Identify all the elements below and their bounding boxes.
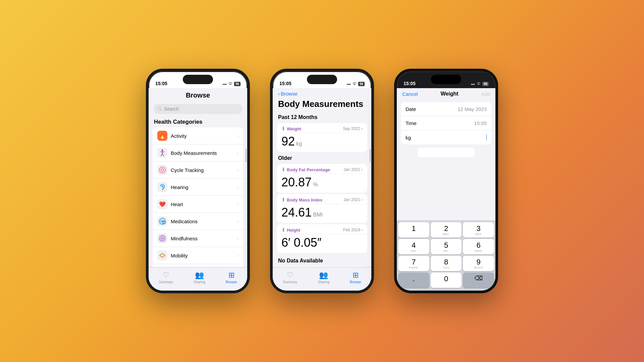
key-9[interactable]: 9 WXYZ <box>463 256 494 271</box>
kg-input[interactable] <box>486 134 487 140</box>
time-label: Time <box>406 120 417 126</box>
mobility-icon <box>157 250 167 260</box>
bm-card-bmi[interactable]: Body Mass Index Jan 2021 › 24.61 BMI <box>277 194 367 223</box>
weight-page-title: Weight <box>440 91 458 97</box>
bmi-unit: BMI <box>313 212 323 218</box>
status-icons-2: ▪▪▪ 96 <box>347 82 365 86</box>
category-item-activity[interactable]: 🔥 Activity › <box>153 127 243 144</box>
activity-icon: 🔥 <box>157 131 167 141</box>
tab-bar-2: ♡ Summary 👥 Sharing ⊞ Browse <box>273 267 371 291</box>
summary-icon-1: ♡ <box>163 271 169 280</box>
time-value: 15:05 <box>474 120 487 126</box>
key-delete[interactable]: ⌫ <box>463 273 494 288</box>
key-8[interactable]: 8 TUV <box>431 256 462 271</box>
key-3[interactable]: 3 DEF <box>463 222 494 238</box>
phone-weight: 15:05 ▪▪▪ 96 Cancel Weight Add Date 12 M… <box>394 69 498 293</box>
category-item-mobility[interactable]: Mobility › <box>153 247 243 264</box>
cycle-label: Cycle Tracking <box>171 167 234 173</box>
category-item-nutrition[interactable]: 🍎 Nutrition › <box>153 264 243 267</box>
key-4[interactable]: 4 GHI <box>398 239 429 254</box>
sharing-icon-1: 👥 <box>195 271 204 280</box>
cursor <box>486 134 487 140</box>
category-item-cycle[interactable]: Cycle Tracking › <box>153 162 243 179</box>
tab-browse-1[interactable]: ⊞ Browse <box>226 271 237 284</box>
phone-browse: 15:05 ▪▪▪ 96 Browse Search Health Catego… <box>146 69 250 293</box>
tab-browse-2[interactable]: ⊞ Browse <box>350 271 361 284</box>
bmi-value-row: 24.61 BMI <box>277 204 367 223</box>
back-chevron: ‹ <box>278 91 280 97</box>
scrollbar-2[interactable] <box>370 149 371 162</box>
wifi-icon-2 <box>352 82 357 86</box>
bm-screen: ‹ Browse Body Measurements Past 12 Month… <box>273 88 371 291</box>
key-2[interactable]: 2 ABC <box>431 222 462 238</box>
bm-nav: ‹ Browse <box>273 88 371 98</box>
wifi-icon-3 <box>476 82 481 86</box>
height-card-label: Height <box>281 228 300 233</box>
height-value-row: 6′ 0.05″ <box>277 234 367 253</box>
category-item-mindfulness[interactable]: Mindfulness › <box>153 230 243 247</box>
bm-card-bodyfat[interactable]: Body Fat Percentage Jan 2021 › 20.87 % <box>277 164 367 193</box>
bm-scroll[interactable]: ‹ Browse Body Measurements Past 12 Month… <box>273 88 371 267</box>
dynamic-island-3 <box>431 75 461 84</box>
heart-label: Heart <box>171 201 234 207</box>
browse-icon-2: ⊞ <box>353 271 359 280</box>
browse-header: Browse <box>149 88 247 102</box>
keypad-row-4: . 0 ⌫ <box>398 273 494 288</box>
weight-card-date: Sep 2022 › <box>343 126 363 131</box>
date-value: 12 May 2023 <box>458 106 487 112</box>
tab-summary-1[interactable]: ♡ Summary <box>159 271 173 284</box>
svg-point-30 <box>283 198 284 199</box>
key-0[interactable]: 0 <box>431 273 462 288</box>
browse-label-2: Browse <box>350 280 361 284</box>
sharing-icon-2: 👥 <box>319 271 328 280</box>
cycle-icon <box>157 165 167 175</box>
cancel-button[interactable]: Cancel <box>402 91 418 97</box>
signal-icon-3: ▪▪▪ <box>471 82 475 86</box>
time-row[interactable]: Time 15:05 <box>401 116 491 130</box>
medications-label: Medications <box>171 219 234 224</box>
category-item-medications[interactable]: Medications › <box>153 213 243 230</box>
chevron-activity: › <box>237 133 238 138</box>
svg-point-9 <box>162 186 163 187</box>
key-7[interactable]: 7 PQRS <box>398 256 429 271</box>
date-label: Date <box>406 106 416 112</box>
search-bar[interactable]: Search <box>154 104 242 114</box>
key-dot[interactable]: . <box>398 273 429 288</box>
bm-card-height[interactable]: Height Feb 2019 › 6′ 0.05″ <box>277 224 367 253</box>
tab-sharing-1[interactable]: 👥 Sharing <box>194 271 205 284</box>
key-1[interactable]: 1 <box>398 222 429 238</box>
kg-row[interactable]: kg <box>401 130 491 144</box>
browse-scroll[interactable]: Browse Search Health Categories 🔥 Activi… <box>149 88 247 267</box>
tab-summary-2[interactable]: ♡ Summary <box>283 271 298 284</box>
status-icons-3: ▪▪▪ 96 <box>471 82 489 86</box>
category-item-hearing[interactable]: Hearing › <box>153 179 243 196</box>
height-value: 6′ 0.05″ <box>281 236 322 249</box>
category-item-body[interactable]: Body Measurements › <box>153 144 243 162</box>
mindfulness-icon <box>157 233 167 243</box>
bm-back-button[interactable]: ‹ Browse <box>278 91 298 97</box>
svg-line-6 <box>162 154 164 156</box>
add-button[interactable]: Add <box>481 91 490 97</box>
bodyfat-card-label: Body Fat Percentage <box>281 167 330 172</box>
weight-value-row: 92 kg <box>277 133 367 152</box>
bm-card-weight[interactable]: Weight Sep 2022 › 92 kg <box>277 123 367 152</box>
tab-sharing-2[interactable]: 👥 Sharing <box>318 271 329 284</box>
bodyfat-unit: % <box>313 182 318 187</box>
key-6[interactable]: 6 MNO <box>463 239 494 254</box>
search-placeholder: Search <box>164 106 179 112</box>
body-icon <box>157 148 167 158</box>
date-row[interactable]: Date 12 May 2023 <box>401 102 491 116</box>
category-list: 🔥 Activity › Body Measurements › <box>153 127 243 267</box>
svg-line-29 <box>283 170 284 171</box>
time-3: 15:05 <box>404 81 416 86</box>
signal-icon-1: ▪▪▪ <box>223 82 227 86</box>
search-icon <box>157 107 162 111</box>
svg-point-35 <box>283 228 284 229</box>
mobility-label: Mobility <box>171 253 234 258</box>
key-5[interactable]: 5 JKL <box>431 239 462 254</box>
bodyfat-card-header: Body Fat Percentage Jan 2021 › <box>277 164 367 174</box>
weight-screen: Cancel Weight Add Date 12 May 2023 Time … <box>397 88 495 291</box>
category-item-heart[interactable]: ❤️ Heart › <box>153 196 243 213</box>
dynamic-island-1 <box>183 75 213 84</box>
scrollbar-1[interactable] <box>246 149 247 162</box>
